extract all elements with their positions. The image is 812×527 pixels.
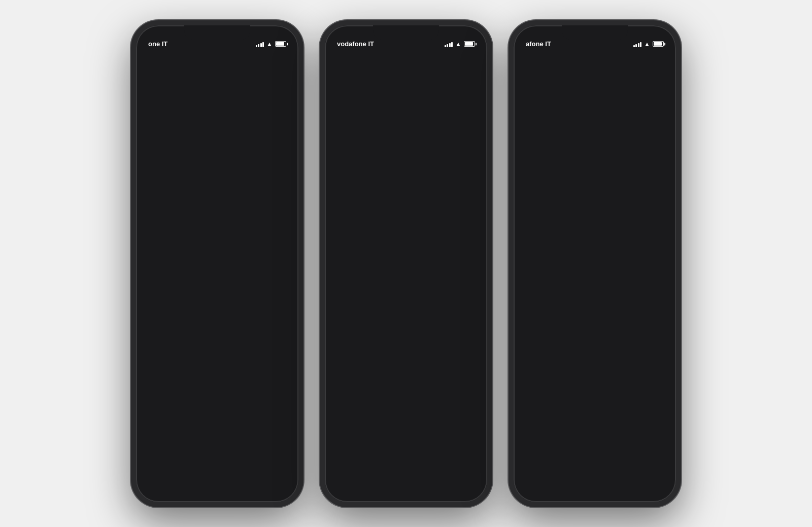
nc-subtitle-3-1: Image Upload [542,408,591,415]
upload-icon-1: 🖼 [150,424,164,438]
phone-1: one IT ▲ Sun 10 📅 No events today [131,20,303,507]
notif-body-3-1: Images received and compressing. URLs ha… [525,257,665,274]
nc-time-3-1: 8m ago [646,405,665,411]
calendar-icon-1: 📅 [199,53,207,61]
phone-screen-3: afone IT ▲ Sun 10 📅 No events today [514,25,676,502]
signal-icon-2 [445,41,453,47]
date-line-3: Sun 10 📅 No events today [551,53,639,61]
reminder-3-2: Ask Silvia abou... [524,130,591,137]
carrier-3: afone IT [526,40,551,48]
nc-notification-shortcuts-3[interactable]: ⚡ Shortcuts When MaxTicci connects to "K… [519,352,671,392]
reminder-1-1: Finish screens... [146,122,213,129]
camera-button-3[interactable]: 📷 [637,474,656,492]
home-indicator-2 [376,497,436,499]
widgets-row-3: Today Finish screens... Ask Silvia abou.… [514,113,676,145]
wifi-icon-2: ▲ [455,41,461,48]
widgets-row-1: Today Finish screens... Ask Silvia abou.… [136,113,298,145]
widgets-row-2: Today Finish screens... Ask Silvia abou.… [325,113,487,145]
recent-notif-3-1[interactable]: 👤 John Voorhees 1m ago Coffee will get u… [519,198,671,232]
date-line-2: Sun 10 📅 No events today [362,53,450,61]
notch-3 [562,25,628,40]
phone-screen-1: one IT ▲ Sun 10 📅 No events today [136,25,298,502]
notification-upload-1[interactable]: 🖼 Upload Images Image Upload 2m ago Imag… [144,418,290,462]
phone-2: vodafone IT ▲ Sun 10 📅 No events today [320,20,492,507]
notch-2 [373,25,439,40]
notif-time-1-0: now [274,389,284,395]
date-text-1: Sun 10 [173,53,195,61]
world-clock-nyc-2: NYC 7:04 AM [408,113,439,145]
notif-count-1: 2 Notifications [195,479,239,486]
date-text-2: Sun 10 [362,53,384,61]
shortcuts-icon-3: ⚡ [525,360,535,374]
nc-upload-icon-3: 🖼 [525,401,539,415]
notif-app-title-3-1: Upload Images [542,241,591,248]
notification-message-1[interactable]: 👤 John Voorhees now Coffee will get us t… [144,380,290,414]
reminder-2-1: Finish screens... [335,122,402,129]
home-indicator-1 [187,497,248,499]
notch-1 [184,25,250,40]
nc-notification-upload-3[interactable]: 🖼 Upload Images Image Upload 8m ago Imag… [519,396,671,438]
notif-subtitle-3-1: Image Upload [542,248,591,255]
nc-subtitle-3-0: When MaxTicci connects to "KIA Sportage" [538,363,631,377]
signal-icon-3 [633,41,642,47]
avatar-voorhees-3: 👤 [525,203,539,217]
bottom-bar-1: 🔦 2 Notifications 📷 [136,474,298,492]
world-clock-nyc-1: NYC 7:03 AM [219,113,251,145]
notifications-area-1: 👤 John Voorhees now Coffee will get us t… [144,380,290,461]
camera-button-1[interactable]: 📷 [260,474,278,492]
world-clock-cup-3: CUP 4:04 AM [634,113,666,145]
lock-content-3: Sun 10 📅 No events today 1:04 Today Fini… [514,53,676,145]
battery-icon-1 [275,41,286,47]
bottom-bar-2: 🔦 5 Notifications 📷 [325,474,487,492]
reminders-widget-2: Today Finish screens... Ask Silvia abou.… [335,113,402,145]
world-clock-nyc-3: NYC 7:04 AM [597,113,628,145]
close-notif-center-button-3[interactable]: ✕ [656,336,668,348]
calendar-icon-2: 📅 [388,53,396,61]
reminders-title-3: Today [524,113,591,120]
notif-body-1-0: Coffee will get us to the finish line 🍵 [150,401,284,409]
status-icons-1: ▲ [256,41,286,48]
phone-screen-2: vodafone IT ▲ Sun 10 📅 No events today [325,25,487,502]
notif-count-2: 5 Notifications [384,479,427,486]
upload-icon-3: 🖼 [525,241,539,255]
reminders-widget-3: Today Finish screens... Ask Silvia abou.… [524,113,591,145]
carrier-2: vodafone IT [337,40,374,48]
nc-body-3-0: Set Volume [525,379,665,387]
no-events-1: No events today [210,53,261,61]
camera-button-2[interactable]: 📷 [449,474,467,492]
notif-time-3-1: 2m ago [646,245,665,251]
recent-notif-3-2[interactable]: 🖼 Upload Images Image Upload 2m ago Imag… [519,236,671,279]
notif-time-3-0: 1m ago [646,207,665,213]
flashlight-button-3[interactable]: 🔦 [534,474,552,492]
clock-2: 1:04 [367,63,445,105]
notif-app-title-1-1: Upload Images [167,424,217,430]
lock-content-2: Sun 10 📅 No events today 1:04 Today Fini… [325,53,487,145]
flashlight-button-2[interactable]: 🔦 [345,474,363,492]
reminders-title-2: Today [335,113,402,120]
action-arrow-3[interactable]: ↗ [655,360,665,374]
status-icons-3: ▲ [633,41,664,48]
nc-time-3-0: Fri 4:35 PM [631,361,652,373]
home-indicator-3 [564,497,625,499]
notification-center-panel-3: Notification Center ✕ ⚡ Shortcuts When M… [514,330,676,462]
carrier-1: one IT [148,40,167,48]
nc-body-3-1: Images received and compressing. URLs ha… [525,417,665,433]
reminder-1-2: Ask Silvia abou... [146,130,213,137]
notif-subtitle-1-1: Image Upload [167,430,217,437]
wifi-icon-3: ▲ [644,41,650,48]
phone-3: afone IT ▲ Sun 10 📅 No events today [509,20,681,507]
signal-icon-1 [256,41,264,47]
notif-time-1-1: 2m ago [265,428,284,434]
notif-body-3-0: Coffee will get us to the finish line 🍵 [525,219,665,227]
battery-icon-2 [464,41,475,47]
reminders-title-1: Today [146,113,213,120]
wifi-icon-1: ▲ [266,41,273,48]
status-icons-2: ▲ [445,41,475,48]
date-line-1: Sun 10 📅 No events today [173,53,261,61]
notif-sender-1: John Voorhees [167,389,215,396]
reminders-widget-1: Today Finish screens... Ask Silvia abou.… [146,113,213,145]
calendar-icon-3: 📅 [577,53,585,61]
flashlight-button-1[interactable]: 🔦 [156,474,175,492]
recent-notifs-3: 👤 John Voorhees 1m ago Coffee will get u… [514,198,676,283]
no-events-3: No events today [588,53,639,61]
